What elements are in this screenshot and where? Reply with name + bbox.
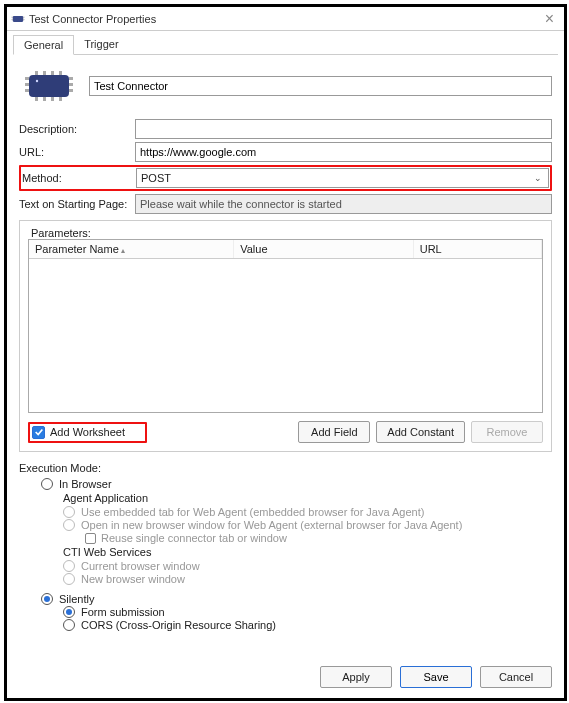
svg-rect-18 xyxy=(43,97,46,101)
url-label: URL: xyxy=(19,146,135,158)
close-icon[interactable]: × xyxy=(539,10,560,28)
execution-mode-group: Execution Mode: In Browser Agent Applica… xyxy=(19,462,552,631)
radio-cti-current-row: Current browser window xyxy=(63,560,552,572)
method-value: POST xyxy=(141,172,171,184)
radio-silently-row: Silently xyxy=(41,593,552,605)
radio-cti-new xyxy=(63,573,75,585)
connector-chip-icon xyxy=(11,12,25,26)
svg-rect-2 xyxy=(12,19,13,20)
svg-rect-1 xyxy=(12,16,13,17)
window-title: Test Connector Properties xyxy=(29,13,156,25)
svg-rect-0 xyxy=(13,16,24,22)
svg-rect-10 xyxy=(69,77,73,80)
radio-silently-label: Silently xyxy=(59,593,94,605)
radio-cti-current xyxy=(63,560,75,572)
add-field-button[interactable]: Add Field xyxy=(298,421,370,443)
add-worksheet-highlight: Add Worksheet xyxy=(28,422,147,443)
starttext-input[interactable] xyxy=(135,194,552,214)
sort-asc-icon: ▴ xyxy=(121,246,125,255)
connector-name-input[interactable] xyxy=(89,76,552,96)
dialog-footer-buttons: Apply Save Cancel xyxy=(320,666,552,688)
parameters-header: Parameter Name▴ Value URL xyxy=(29,240,542,259)
radio-cti-new-label: New browser window xyxy=(81,573,185,585)
svg-point-6 xyxy=(36,80,38,82)
radio-in-browser-row: In Browser xyxy=(41,478,552,490)
radio-cti-current-label: Current browser window xyxy=(81,560,200,572)
radio-cti-new-row: New browser window xyxy=(63,573,552,585)
cti-web-services-label: CTI Web Services xyxy=(63,546,552,558)
svg-rect-16 xyxy=(59,71,62,75)
tab-general[interactable]: General xyxy=(13,35,74,55)
reuse-checkbox xyxy=(85,533,96,544)
radio-silently[interactable] xyxy=(41,593,53,605)
tab-content: Description: URL: Method: POST ⌄ Text on… xyxy=(7,55,564,640)
svg-rect-9 xyxy=(25,89,29,92)
parameters-title: Parameters: xyxy=(28,227,94,239)
tab-strip: General Trigger xyxy=(13,35,558,55)
svg-rect-5 xyxy=(29,75,69,97)
svg-rect-7 xyxy=(25,77,29,80)
method-label: Method: xyxy=(22,172,136,184)
connector-large-icon xyxy=(23,67,75,105)
svg-rect-20 xyxy=(59,97,62,101)
svg-rect-17 xyxy=(35,97,38,101)
url-input[interactable] xyxy=(135,142,552,162)
radio-embedded-row: Use embedded tab for Web Agent (embedded… xyxy=(63,506,552,518)
reuse-row: Reuse single connector tab or window xyxy=(85,532,552,544)
radio-cors-label: CORS (Cross-Origin Resource Sharing) xyxy=(81,619,276,631)
svg-rect-19 xyxy=(51,97,54,101)
radio-cors-row: CORS (Cross-Origin Resource Sharing) xyxy=(63,619,552,631)
cancel-button[interactable]: Cancel xyxy=(480,666,552,688)
agent-application-label: Agent Application xyxy=(63,492,552,504)
execution-mode-title: Execution Mode: xyxy=(19,462,552,474)
svg-rect-12 xyxy=(69,89,73,92)
parameter-buttons: Add Field Add Constant Remove xyxy=(298,421,543,443)
radio-newwindow-row: Open in new browser window for Web Agent… xyxy=(63,519,552,531)
col-name-text: Parameter Name xyxy=(35,243,119,255)
header-row xyxy=(19,63,552,109)
column-value[interactable]: Value xyxy=(234,240,414,258)
reuse-label: Reuse single connector tab or window xyxy=(101,532,287,544)
radio-form-submission-row: Form submission xyxy=(63,606,552,618)
radio-in-browser-label: In Browser xyxy=(59,478,112,490)
radio-embedded-label: Use embedded tab for Web Agent (embedded… xyxy=(81,506,424,518)
method-select[interactable]: POST ⌄ xyxy=(136,168,549,188)
chevron-down-icon: ⌄ xyxy=(534,173,542,183)
svg-rect-8 xyxy=(25,83,29,86)
svg-rect-14 xyxy=(43,71,46,75)
svg-rect-11 xyxy=(69,83,73,86)
add-constant-button[interactable]: Add Constant xyxy=(376,421,465,443)
starttext-row: Text on Starting Page: xyxy=(19,194,552,214)
remove-button[interactable]: Remove xyxy=(471,421,543,443)
column-url[interactable]: URL xyxy=(414,240,542,258)
parameters-group: Parameters: Parameter Name▴ Value URL Ad… xyxy=(19,220,552,452)
apply-button[interactable]: Apply xyxy=(320,666,392,688)
radio-form-submission[interactable] xyxy=(63,606,75,618)
add-worksheet-checkbox[interactable] xyxy=(32,426,45,439)
title-bar: Test Connector Properties × xyxy=(7,7,564,31)
parameters-table[interactable]: Parameter Name▴ Value URL xyxy=(28,239,543,413)
radio-cors[interactable] xyxy=(63,619,75,631)
svg-rect-4 xyxy=(23,19,24,20)
radio-form-submission-label: Form submission xyxy=(81,606,165,618)
column-parameter-name[interactable]: Parameter Name▴ xyxy=(29,240,234,258)
svg-rect-15 xyxy=(51,71,54,75)
radio-newwindow-label: Open in new browser window for Web Agent… xyxy=(81,519,462,531)
radio-in-browser[interactable] xyxy=(41,478,53,490)
description-input[interactable] xyxy=(135,119,552,139)
starttext-label: Text on Starting Page: xyxy=(19,198,135,210)
tab-trigger[interactable]: Trigger xyxy=(74,35,128,54)
description-label: Description: xyxy=(19,123,135,135)
parameters-footer: Add Worksheet Add Field Add Constant Rem… xyxy=(28,421,543,443)
svg-rect-3 xyxy=(23,16,24,17)
dialog-window: Test Connector Properties × General Trig… xyxy=(4,4,567,701)
url-row: URL: xyxy=(19,142,552,162)
radio-embedded xyxy=(63,506,75,518)
method-row-highlight: Method: POST ⌄ xyxy=(19,165,552,191)
svg-rect-13 xyxy=(35,71,38,75)
description-row: Description: xyxy=(19,119,552,139)
radio-newwindow xyxy=(63,519,75,531)
add-worksheet-label: Add Worksheet xyxy=(50,426,125,438)
save-button[interactable]: Save xyxy=(400,666,472,688)
